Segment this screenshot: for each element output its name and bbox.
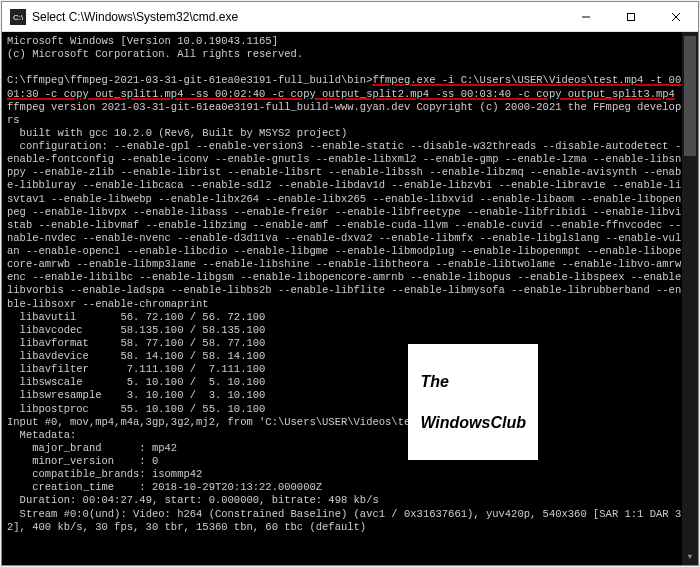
os-version-line: Microsoft Windows [Version 10.0.19043.11… <box>7 35 278 47</box>
svg-text:C:\: C:\ <box>13 13 23 22</box>
window-controls <box>563 2 698 31</box>
titlebar: C:\ Select C:\Windows\System32\cmd.exe <box>2 2 698 32</box>
lib-line: libavcodec 58.135.100 / 58.135.100 <box>7 324 265 336</box>
watermark-line1: The <box>420 373 526 391</box>
scrollbar[interactable]: ▲ ▼ <box>682 32 698 565</box>
lib-line: libavutil 56. 72.100 / 56. 72.100 <box>7 311 265 323</box>
lib-line: libavdevice 58. 14.100 / 58. 14.100 <box>7 350 265 362</box>
input-line: Input #0, mov,mp4,m4a,3gp,3g2,mj2, from … <box>7 416 461 428</box>
minimize-button[interactable] <box>563 2 608 31</box>
window: C:\ Select C:\Windows\System32\cmd.exe M… <box>1 1 699 566</box>
close-icon <box>671 12 681 22</box>
lib-line: libavfilter 7.111.100 / 7.111.100 <box>7 363 265 375</box>
lib-line: libswresample 3. 10.100 / 3. 10.100 <box>7 389 265 401</box>
configuration-block: configuration: --enable-gpl --enable-ver… <box>7 140 688 310</box>
copyright-line: (c) Microsoft Corporation. All rights re… <box>7 48 303 60</box>
terminal-output[interactable]: Microsoft Windows [Version 10.0.19043.11… <box>2 32 698 565</box>
minimize-icon <box>581 12 591 22</box>
maximize-icon <box>626 12 636 22</box>
metadata-line: major_brand : mp42 <box>7 442 177 454</box>
cmd-icon: C:\ <box>10 9 26 25</box>
svg-rect-2 <box>627 13 634 20</box>
scrollbar-down-arrow[interactable]: ▼ <box>682 549 698 565</box>
window-title: Select C:\Windows\System32\cmd.exe <box>32 10 563 24</box>
lib-line: libswscale 5. 10.100 / 5. 10.100 <box>7 376 265 388</box>
metadata-line: creation_time : 2018-10-29T20:13:22.0000… <box>7 481 322 493</box>
watermark-logo: The WindowsClub <box>408 344 538 460</box>
ffmpeg-version-line: ffmpeg version 2021-03-31-git-61ea0e3191… <box>7 101 688 126</box>
scrollbar-thumb[interactable] <box>684 36 696 156</box>
maximize-button[interactable] <box>608 2 653 31</box>
lib-line: libpostproc 55. 10.100 / 55. 10.100 <box>7 403 265 415</box>
watermark-line2: WindowsClub <box>420 414 526 432</box>
stream-line: Stream #0:0(und): Video: h264 (Constrain… <box>7 508 688 533</box>
built-with-line: built with gcc 10.2.0 (Rev6, Built by MS… <box>7 127 347 139</box>
duration-line: Duration: 00:04:27.49, start: 0.000000, … <box>7 494 379 506</box>
close-button[interactable] <box>653 2 698 31</box>
metadata-header: Metadata: <box>7 429 76 441</box>
lib-line: libavformat 58. 77.100 / 58. 77.100 <box>7 337 265 349</box>
metadata-line: minor_version : 0 <box>7 455 158 467</box>
metadata-line: compatible_brands: isommp42 <box>7 468 202 480</box>
prompt: C:\ffmpeg\ffmpeg-2021-03-31-git-61ea0e31… <box>7 74 372 86</box>
